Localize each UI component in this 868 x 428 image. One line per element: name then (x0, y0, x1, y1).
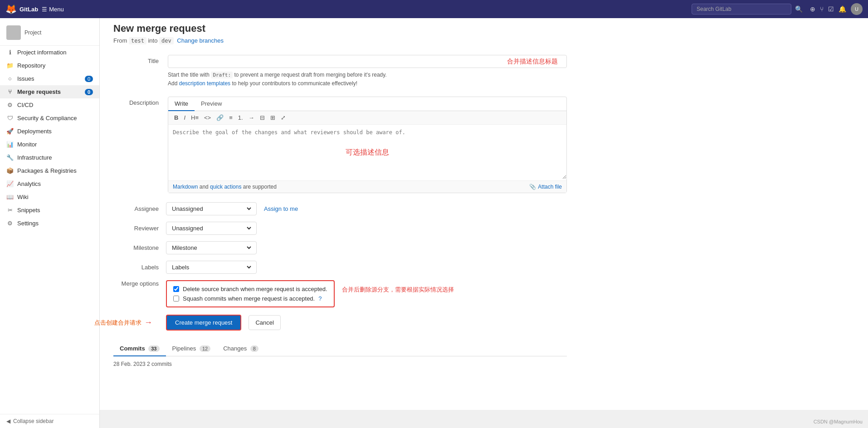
sidebar-item-security-compliance[interactable]: 🛡 Security & Compliance (0, 112, 99, 125)
draft-code: Draft: (211, 72, 233, 78)
assignee-row: Assignee Unassigned Assign to me (113, 202, 567, 215)
assign-me-link[interactable]: Assign to me (264, 205, 298, 212)
description-templates-link[interactable]: description templates (179, 80, 230, 87)
tab-pipelines[interactable]: Pipelines 12 (166, 341, 217, 356)
toolbar-fullscreen[interactable]: ⤢ (278, 113, 288, 122)
desc-tabs: Write Preview (168, 97, 566, 111)
sidebar-item-deployments[interactable]: 🚀 Deployments (0, 125, 99, 138)
toolbar-bold[interactable]: B (172, 113, 180, 122)
search-area: 🔍 (692, 4, 803, 15)
action-buttons-row: Create merge request Cancel 点击创建合并请求 → (113, 315, 567, 331)
tab-write[interactable]: Write (168, 97, 195, 111)
sidebar-item-settings[interactable]: ⚙ Settings (0, 217, 99, 230)
page-title: New merge request (113, 23, 854, 34)
labels-dropdown[interactable]: Labels (170, 263, 253, 271)
sidebar-item-label: CI/CD (17, 102, 33, 108)
merge-request-icon[interactable]: ⑂ (820, 5, 824, 13)
milestone-select[interactable]: Milestone (166, 241, 257, 254)
tab-commits[interactable]: Commits 33 (113, 341, 166, 356)
sidebar-item-ci-cd[interactable]: ⚙ CI/CD (0, 98, 99, 112)
attach-file-button[interactable]: 📎 Attach file (529, 184, 562, 190)
commits-info: 28 Feb. 2023 2 commits (113, 361, 567, 367)
help-icon[interactable]: ? (318, 295, 322, 302)
notification-icon[interactable]: 🔔 (839, 5, 846, 13)
toolbar-table-col[interactable]: ⊟ (258, 113, 267, 122)
milestone-row: Milestone Milestone (113, 241, 567, 254)
toolbar-bullet-list[interactable]: ≡ (227, 113, 235, 122)
change-branches-link[interactable]: Change branches (177, 37, 224, 44)
toolbar-link[interactable]: 🔗 (214, 113, 226, 122)
create-merge-request-button[interactable]: Create merge request (166, 315, 241, 331)
attach-file-label: Attach file (538, 184, 562, 190)
issues-badge: 0 (85, 76, 93, 82)
labels-select[interactable]: Labels (166, 261, 257, 274)
tab-preview[interactable]: Preview (195, 97, 228, 111)
main-content: web > ... > Merge requests > New New mer… (100, 0, 868, 410)
infrastructure-icon: 🔧 (6, 154, 14, 161)
assignee-dropdown[interactable]: Unassigned (170, 205, 253, 213)
sidebar-item-issues[interactable]: ○ Issues 0 (0, 72, 99, 85)
delete-branch-checkbox[interactable] (173, 286, 179, 292)
sidebar-item-monitor[interactable]: 📊 Monitor (0, 138, 99, 151)
sidebar-item-project-information[interactable]: ℹ Project information (0, 46, 99, 59)
create-annotation-text: 点击创建合并请求 (94, 318, 141, 326)
search-icon[interactable]: 🔍 (795, 5, 803, 13)
changes-count: 8 (250, 345, 258, 352)
reviewer-dropdown[interactable]: Unassigned (170, 224, 253, 232)
hamburger-icon: ☰ (42, 6, 47, 13)
title-row: Title 合并描述信息标题 Start the title with Draf… (113, 55, 567, 88)
squash-commits-label: Squash commits when merge request is acc… (183, 295, 315, 302)
menu-label: Menu (49, 6, 64, 13)
gitlab-logo[interactable]: 🦊 GitLab (5, 4, 38, 15)
settings-icon: ⚙ (6, 220, 14, 227)
sidebar-item-wiki[interactable]: 📖 Wiki (0, 190, 99, 204)
buttons-container: Create merge request Cancel 点击创建合并请求 → (166, 315, 281, 331)
title-input[interactable] (168, 55, 567, 68)
wiki-icon: 📖 (6, 194, 14, 200)
project-avatar (6, 25, 21, 40)
avatar[interactable]: U (851, 3, 863, 15)
deployments-icon: 🚀 (6, 128, 14, 135)
bottom-tabs: Commits 33 Pipelines 12 Changes 8 (113, 341, 567, 356)
sidebar-item-merge-requests[interactable]: ⑂ Merge requests 0 (0, 85, 99, 98)
labels-label: Labels (113, 264, 159, 271)
toolbar-code[interactable]: <> (202, 113, 213, 122)
toolbar-indent[interactable]: → (246, 113, 257, 122)
sidebar-item-packages-registries[interactable]: 📦 Packages & Registries (0, 164, 99, 177)
cancel-button[interactable]: Cancel (249, 315, 280, 330)
sidebar-item-label: Analytics (17, 180, 41, 187)
assignee-select[interactable]: Unassigned (166, 202, 257, 215)
sidebar-item-label: Monitor (17, 141, 37, 148)
squash-commits-checkbox[interactable] (173, 296, 179, 302)
markdown-info: Markdown and quick actions are supported (173, 184, 277, 190)
description-textarea[interactable] (168, 125, 566, 179)
search-input[interactable] (692, 4, 791, 15)
menu-button[interactable]: ☰ Menu (42, 6, 64, 13)
markdown-link[interactable]: Markdown (173, 184, 198, 190)
sidebar-item-infrastructure[interactable]: 🔧 Infrastructure (0, 151, 99, 164)
toolbar-italic[interactable]: I (181, 113, 188, 122)
sidebar-item-repository[interactable]: 📁 Repository (0, 59, 99, 72)
sidebar-item-label: Wiki (17, 194, 29, 200)
toolbar-ordered-list[interactable]: 1. (236, 113, 245, 122)
commits-count: 33 (148, 345, 159, 352)
sidebar-item-label: Project information (17, 49, 66, 56)
description-editor: Write Preview B I H≡ <> 🔗 ≡ 1. → ⊟ ⊞ (168, 97, 567, 193)
reviewer-select[interactable]: Unassigned (166, 222, 257, 235)
toolbar-table[interactable]: ⊞ (268, 113, 278, 122)
tab-changes[interactable]: Changes 8 (217, 341, 265, 356)
milestone-dropdown[interactable]: Milestone (170, 244, 253, 252)
toolbar-heading[interactable]: H≡ (189, 113, 201, 122)
sidebar-item-analytics[interactable]: 📈 Analytics (0, 177, 99, 190)
packages-icon: 📦 (6, 167, 14, 174)
source-branch: test (129, 37, 146, 44)
paperclip-icon: 📎 (529, 184, 536, 190)
title-control: 合并描述信息标题 Start the title with Draft: to … (168, 55, 567, 88)
merge-requests-icon: ⑂ (6, 88, 14, 95)
analytics-icon: 📈 (6, 180, 14, 187)
snippets-icon: ✂ (6, 207, 14, 214)
quick-actions-link[interactable]: quick actions (210, 184, 241, 190)
todo-icon[interactable]: ☑ (828, 5, 834, 13)
plus-icon[interactable]: ⊕ (810, 5, 815, 13)
sidebar-item-snippets[interactable]: ✂ Snippets (0, 204, 99, 217)
